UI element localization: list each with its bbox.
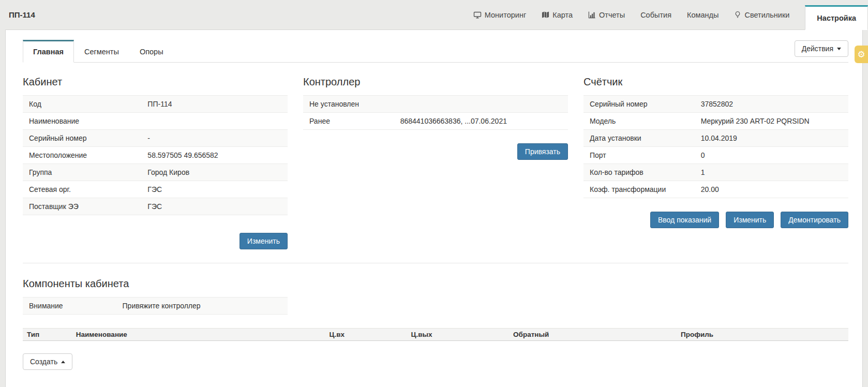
nav-tab-settings-active[interactable]: Настройка: [805, 5, 868, 30]
table-row: Сетевая орг. ГЭС: [23, 181, 288, 198]
nav-item-reports[interactable]: Отчеты: [588, 11, 625, 19]
table-row: Серийный номер -: [23, 129, 288, 146]
nav-item-monitoring[interactable]: Мониторинг: [473, 11, 526, 19]
meter-readings-button[interactable]: Ввод показаний: [650, 212, 719, 228]
table-row: Дата установки 10.04.2019: [583, 129, 848, 146]
nav-item-label: События: [640, 11, 671, 19]
cabinet-actions: Изменить: [23, 233, 288, 249]
cabinet-edit-button[interactable]: Изменить: [240, 233, 288, 249]
table-row: Модель Меркурий 230 ART-02 PQRSIDN: [583, 112, 848, 129]
table-row: Группа Город Киров: [23, 163, 288, 181]
actions-dropdown-button[interactable]: Действия: [795, 40, 848, 57]
controller-actions: Привязать: [303, 143, 568, 160]
table-row: Местоположение 58.597505 49.656582: [23, 146, 288, 163]
meter-section-title: Счётчик: [583, 76, 848, 88]
meter-section: Счётчик Серийный номер 37852802 Модель М…: [583, 76, 848, 249]
table-row: Кол-во тарифов 1: [583, 163, 848, 181]
column-header-type: Тип: [27, 331, 76, 338]
column-header-profile: Профиль: [681, 331, 844, 338]
caret-up-icon: [61, 361, 65, 363]
nav-item-map[interactable]: Карта: [542, 11, 573, 19]
table-row: Серийный номер 37852802: [583, 95, 848, 112]
cabinet-section: Кабинет Код ПП-114 Наименование Серийный…: [23, 76, 288, 249]
controller-bind-button[interactable]: Привязать: [517, 143, 568, 160]
table-row: Порт 0: [583, 146, 848, 163]
meter-edit-button[interactable]: Изменить: [726, 212, 774, 228]
nav-item-commands[interactable]: Команды: [687, 11, 719, 19]
controller-status-row: Не установлен: [303, 95, 568, 112]
topbar: ПП-114 Мониторинг Карта Отчеты События К…: [0, 0, 868, 29]
monitor-icon: [473, 11, 482, 19]
bulb-icon: [734, 11, 741, 19]
nav-item-label: Карта: [552, 11, 573, 19]
table-row: Код ПП-114: [23, 95, 288, 112]
nav-item-luminaires[interactable]: Светильники: [734, 11, 789, 19]
components-table-header: Тип Наименование Ц.вх Ц.вых Обратный Про…: [23, 328, 848, 341]
gear-icon: ⚙: [857, 50, 865, 59]
meter-actions: Ввод показаний Изменить Демонтировать: [583, 212, 848, 228]
controller-section-title: Контроллер: [303, 76, 568, 88]
tab-poles[interactable]: Опоры: [129, 41, 174, 62]
nav-item-label: Светильники: [744, 11, 789, 19]
column-header-input-circuit: Ц.вх: [330, 331, 411, 338]
table-row: Коэф. трансформации 20.00: [583, 181, 848, 198]
tab-segments[interactable]: Сегменты: [74, 41, 129, 62]
info-columns: Кабинет Код ПП-114 Наименование Серийный…: [23, 76, 848, 249]
controller-status: Не установлен: [309, 100, 359, 108]
components-section-title: Компоненты кабинета: [23, 278, 848, 290]
cabinet-section-title: Кабинет: [23, 76, 288, 88]
main-panel: Главная Сегменты Опоры Действия Кабинет …: [5, 29, 863, 387]
nav-item-label: Мониторинг: [485, 11, 526, 19]
page-title: ПП-114: [9, 10, 35, 19]
meter-dismantle-button[interactable]: Демонтировать: [781, 212, 848, 228]
create-dropdown-button[interactable]: Создать: [23, 353, 72, 370]
nav-item-events[interactable]: События: [640, 11, 671, 19]
components-section: Компоненты кабинета Внимание Привяжите к…: [23, 278, 848, 370]
settings-gear-button[interactable]: ⚙: [855, 46, 868, 63]
nav-item-label: Отчеты: [599, 11, 625, 19]
table-row: Наименование: [23, 112, 288, 129]
caret-down-icon: [837, 48, 841, 50]
nav-item-label: Команды: [687, 11, 719, 19]
components-warning-row: Внимание Привяжите контроллер: [23, 297, 288, 315]
table-row: Ранее 868441036663836, ...07.06.2021: [303, 112, 568, 129]
bar-chart-icon: [588, 11, 596, 19]
tab-main[interactable]: Главная: [23, 40, 74, 63]
map-icon: [542, 11, 549, 19]
cabinet-table: Код ПП-114 Наименование Серийный номер -…: [23, 95, 288, 215]
table-row: Поставщик ЭЭ ГЭС: [23, 198, 288, 215]
column-header-name: Наименование: [76, 331, 330, 338]
column-header-reverse: Обратный: [513, 331, 681, 338]
controller-section: Контроллер Не установлен Ранее 868441036…: [303, 76, 568, 249]
top-navigation: Мониторинг Карта Отчеты События Команды …: [473, 0, 868, 29]
column-header-output-circuit: Ц.вых: [411, 331, 514, 338]
meter-table: Серийный номер 37852802 Модель Меркурий …: [583, 95, 848, 198]
inner-tabs: Главная Сегменты Опоры Действия: [23, 39, 848, 63]
section-divider: [23, 263, 848, 263]
controller-table: Не установлен Ранее 868441036663836, ...…: [303, 95, 568, 130]
